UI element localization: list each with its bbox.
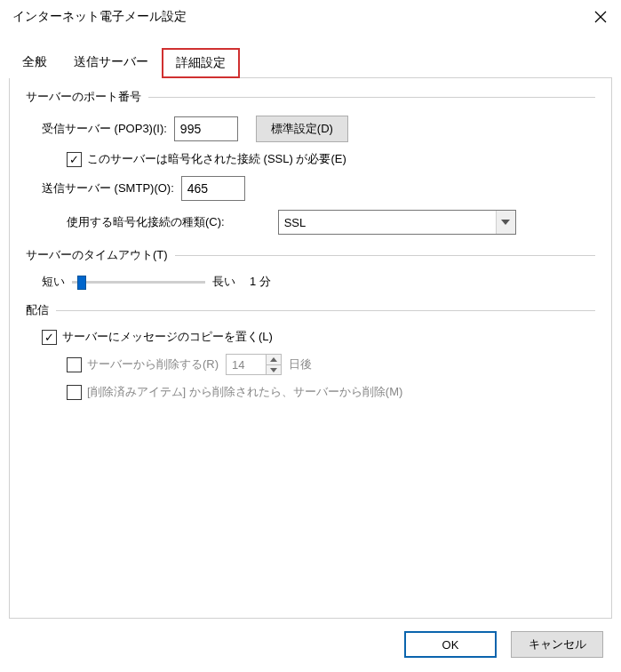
ssl-required-checkbox[interactable]	[67, 152, 82, 167]
timeout-short-label: 短い	[42, 274, 65, 290]
remove-after-days-spinner[interactable]: 14	[226, 354, 282, 375]
timeout-slider[interactable]	[72, 274, 205, 290]
chevron-up-icon	[270, 357, 277, 362]
chevron-down-icon	[270, 368, 277, 372]
spinner-down[interactable]	[267, 364, 281, 374]
tab-general[interactable]: 全般	[9, 48, 60, 78]
leave-copy-label: サーバーにメッセージのコピーを置く(L)	[62, 329, 273, 345]
title-bar: インターネット電子メール設定	[0, 0, 621, 34]
pop3-label: 受信サーバー (POP3)(I):	[42, 121, 167, 137]
smtp-label: 送信サーバー (SMTP)(O):	[42, 180, 174, 196]
remove-after-label: サーバーから削除する(R)	[87, 356, 219, 372]
slider-thumb[interactable]	[77, 276, 86, 290]
group-timeout: サーバーのタイムアウト(T) 短い 長い 1 分	[26, 247, 595, 290]
ok-button[interactable]: OK	[404, 631, 497, 658]
remove-after-checkbox[interactable]	[67, 357, 82, 372]
remove-on-delete-label: [削除済みアイテム] から削除されたら、サーバーから削除(M)	[87, 384, 402, 400]
slider-track	[72, 281, 205, 284]
encryption-type-combo[interactable]: SSL	[278, 210, 516, 235]
group-server-ports-title: サーバーのポート番号	[26, 89, 141, 105]
divider	[56, 310, 595, 311]
close-icon	[594, 11, 607, 23]
divider	[148, 97, 595, 98]
tab-outgoing-server[interactable]: 送信サーバー	[60, 48, 162, 78]
timeout-value: 1 分	[250, 274, 271, 290]
group-server-ports: サーバーのポート番号 受信サーバー (POP3)(I): 標準設定(D) このサ…	[26, 89, 595, 235]
chevron-down-icon	[496, 211, 515, 234]
leave-copy-checkbox[interactable]	[42, 330, 57, 345]
dialog-footer: OK キャンセル	[0, 619, 621, 672]
remove-after-days-value: 14	[226, 354, 267, 375]
smtp-port-input[interactable]	[181, 176, 245, 201]
encryption-type-label: 使用する暗号化接続の種類(C):	[67, 214, 225, 230]
tab-advanced[interactable]: 詳細設定	[162, 48, 240, 78]
timeout-long-label: 長い	[212, 274, 235, 290]
defaults-button[interactable]: 標準設定(D)	[256, 116, 348, 142]
window-title: インターネット電子メール設定	[12, 9, 187, 25]
days-suffix-label: 日後	[289, 356, 312, 372]
tab-panel-advanced: サーバーのポート番号 受信サーバー (POP3)(I): 標準設定(D) このサ…	[9, 77, 612, 619]
tab-bar: 全般 送信サーバー 詳細設定	[0, 47, 621, 77]
close-button[interactable]	[580, 0, 621, 34]
spinner-up[interactable]	[267, 355, 281, 364]
cancel-button[interactable]: キャンセル	[511, 631, 603, 658]
group-delivery: 配信 サーバーにメッセージのコピーを置く(L) サーバーから削除する(R) 14	[26, 302, 595, 400]
group-delivery-title: 配信	[26, 302, 49, 318]
group-timeout-title: サーバーのタイムアウト(T)	[26, 247, 168, 263]
remove-on-delete-checkbox[interactable]	[67, 385, 82, 400]
encryption-type-value: SSL	[284, 216, 496, 229]
ssl-required-label: このサーバーは暗号化された接続 (SSL) が必要(E)	[87, 151, 346, 167]
divider	[175, 255, 595, 256]
pop3-port-input[interactable]	[174, 116, 238, 141]
